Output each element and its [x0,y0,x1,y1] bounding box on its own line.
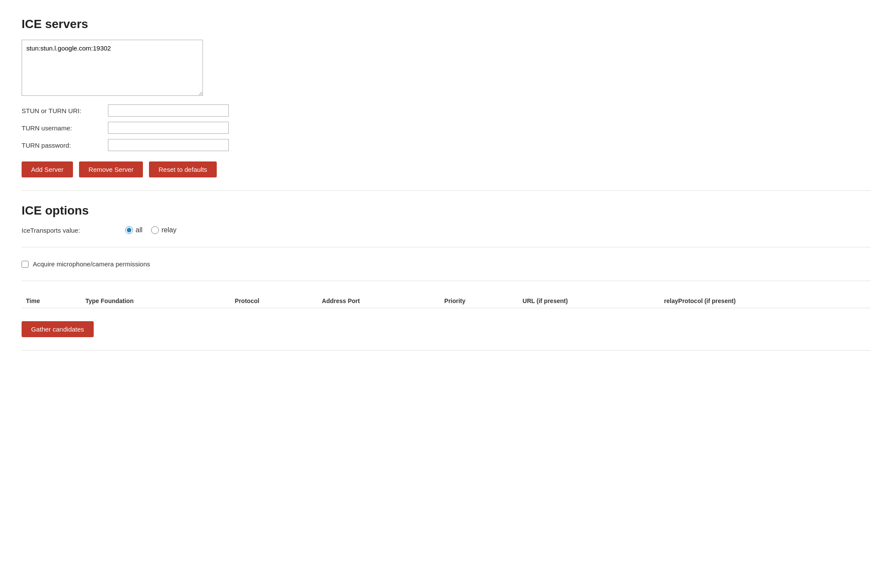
radio-all-option[interactable]: all [125,226,142,234]
ice-servers-title: ICE servers [22,17,870,31]
section-divider-3 [22,281,870,281]
ice-servers-section: ICE servers stun:stun.l.google.com:19302… [22,17,870,177]
ice-servers-textarea[interactable]: stun:stun.l.google.com:19302 [22,40,203,96]
candidates-table-section: Time Type Foundation Protocol Address Po… [22,294,870,337]
radio-relay-input[interactable] [151,226,159,234]
acquire-permissions-checkbox[interactable] [22,261,28,268]
radio-relay-label: relay [161,226,177,234]
radio-all-input[interactable] [125,226,133,234]
col-time: Time [22,294,81,308]
server-buttons-row: Add Server Remove Server Reset to defaul… [22,161,870,177]
col-priority: Priority [440,294,518,308]
turn-password-row: TURN password: [22,139,870,151]
stun-turn-uri-input[interactable] [108,104,229,117]
radio-relay-option[interactable]: relay [151,226,177,234]
col-address-port: Address Port [318,294,440,308]
turn-password-label: TURN password: [22,142,108,149]
turn-username-label: TURN username: [22,124,108,132]
acquire-permissions-row: Acquire microphone/camera permissions [22,260,870,268]
ice-options-title: ICE options [22,204,870,218]
candidates-table-header-row: Time Type Foundation Protocol Address Po… [22,294,870,308]
turn-username-row: TURN username: [22,122,870,134]
section-divider-1 [22,190,870,191]
ice-transports-row: IceTransports value: all relay [22,226,870,234]
candidates-table: Time Type Foundation Protocol Address Po… [22,294,870,308]
stun-turn-uri-label: STUN or TURN URI: [22,107,108,114]
stun-turn-uri-row: STUN or TURN URI: [22,104,870,117]
radio-all-label: all [136,226,142,234]
col-protocol: Protocol [231,294,318,308]
add-server-button[interactable]: Add Server [22,161,73,177]
remove-server-button[interactable]: Remove Server [79,161,143,177]
col-url: URL (if present) [518,294,660,308]
candidates-table-header: Time Type Foundation Protocol Address Po… [22,294,870,308]
section-divider-bottom [22,350,870,351]
reset-defaults-button[interactable]: Reset to defaults [149,161,217,177]
ice-options-section: ICE options IceTransports value: all rel… [22,204,870,268]
gather-candidates-button[interactable]: Gather candidates [22,321,94,337]
turn-username-input[interactable] [108,122,229,134]
acquire-permissions-label: Acquire microphone/camera permissions [33,260,150,268]
turn-password-input[interactable] [108,139,229,151]
col-type-foundation: Type Foundation [81,294,231,308]
col-relay-protocol: relayProtocol (if present) [660,294,870,308]
section-divider-2 [22,247,870,247]
ice-transports-label: IceTransports value: [22,227,117,234]
